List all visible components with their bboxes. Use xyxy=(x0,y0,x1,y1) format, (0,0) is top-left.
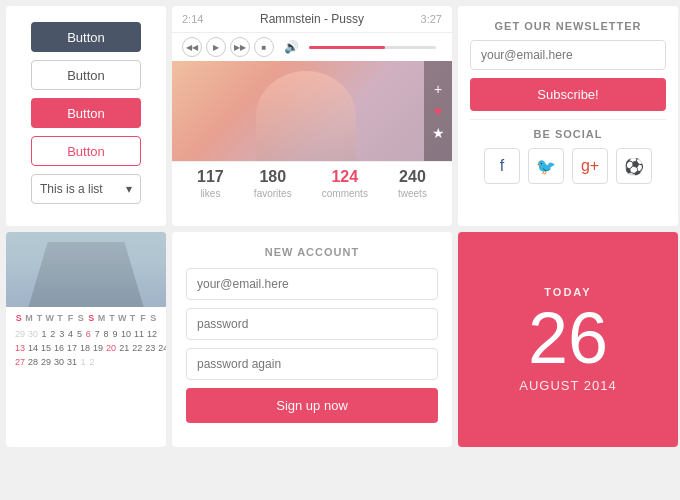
social-title: BE SOCIAL xyxy=(470,128,666,140)
cal-header-tue2: T xyxy=(107,311,116,325)
calendar-grid: S M T W T F S S M T W T F S 29 30 1 2 3 xyxy=(6,307,166,373)
cal-header-sun1: S xyxy=(14,311,23,325)
cal-header-sat2: S xyxy=(149,311,158,325)
today-panel: TODAY 26 AUGUST 2014 xyxy=(458,232,678,447)
cal-cell[interactable]: 24 xyxy=(157,341,166,355)
progress-bar[interactable] xyxy=(309,46,436,49)
divider xyxy=(470,119,666,120)
chevron-down-icon: ▾ xyxy=(126,182,132,196)
subscribe-button[interactable]: Subscribe! xyxy=(470,78,666,111)
cal-cell[interactable]: 19 xyxy=(92,341,104,355)
stat-favorites: 180 favorites xyxy=(254,168,292,200)
cal-header-mon1: M xyxy=(24,311,33,325)
button-dark[interactable]: Button xyxy=(31,22,141,52)
cal-cell[interactable]: 1 xyxy=(79,355,87,369)
cal-cell[interactable]: 30 xyxy=(53,355,65,369)
star-icon[interactable]: ★ xyxy=(432,125,445,141)
dribbble-icon: ⚽ xyxy=(624,157,644,176)
cal-cell[interactable]: 31 xyxy=(66,355,78,369)
cal-cell[interactable]: 12 xyxy=(146,327,158,341)
cal-cell-empty xyxy=(97,355,105,369)
facebook-button[interactable]: f xyxy=(484,148,520,184)
stat-tweets: 240 tweets xyxy=(398,168,427,200)
new-account-panel: NEW ACCOUNT Sign up now xyxy=(172,232,452,447)
cal-cell-empty xyxy=(132,355,140,369)
calendar-image xyxy=(6,232,166,307)
cal-cell[interactable]: 28 xyxy=(27,355,39,369)
music-player-panel: 2:14 Rammstein - Pussy 3:27 ◀◀ ▶ ▶▶ ■ 🔊 … xyxy=(172,6,452,226)
googleplus-icon: g+ xyxy=(581,157,599,175)
cal-cell[interactable]: 6 xyxy=(84,327,92,341)
cal-header-thu2: T xyxy=(128,311,137,325)
today-number: 26 xyxy=(528,302,608,374)
music-track-title: Rammstein - Pussy xyxy=(260,12,364,26)
cal-cell[interactable]: 15 xyxy=(40,341,52,355)
add-icon[interactable]: + xyxy=(434,81,442,97)
googleplus-button[interactable]: g+ xyxy=(572,148,608,184)
play-next-button[interactable]: ▶▶ xyxy=(230,37,250,57)
cal-cell[interactable]: 29 xyxy=(40,355,52,369)
cal-cell[interactable]: 22 xyxy=(131,341,143,355)
calendar-row-2: 13 14 15 16 17 18 19 20 21 22 23 24 25 2… xyxy=(14,341,158,355)
cal-cell[interactable]: 14 xyxy=(27,341,39,355)
cal-cell[interactable]: 2 xyxy=(88,355,96,369)
cal-cell[interactable]: 9 xyxy=(111,327,119,341)
music-controls: ◀◀ ▶ ▶▶ ■ 🔊 xyxy=(172,33,452,61)
cal-cell[interactable]: 11 xyxy=(133,327,145,341)
play-button[interactable]: ▶ xyxy=(206,37,226,57)
social-icons: f 🐦 g+ ⚽ xyxy=(470,148,666,184)
account-email-input[interactable] xyxy=(186,268,438,300)
button-outline-red[interactable]: Button xyxy=(31,136,141,166)
cal-header-sat1: S xyxy=(76,311,85,325)
cal-cell[interactable]: 7 xyxy=(93,327,101,341)
cal-cell[interactable]: 2 xyxy=(49,327,57,341)
button-outline[interactable]: Button xyxy=(31,60,141,90)
stat-comments: 124 comments xyxy=(322,168,368,200)
cal-cell-empty xyxy=(123,355,131,369)
heart-icon[interactable]: ♥ xyxy=(434,103,442,119)
cal-cell[interactable]: 10 xyxy=(120,327,132,341)
newsletter-title: GET OUR NEWSLETTER xyxy=(470,20,666,32)
calendar-row-3: 27 28 29 30 31 1 2 xyxy=(14,355,158,369)
cal-cell[interactable]: 21 xyxy=(118,341,130,355)
dribbble-button[interactable]: ⚽ xyxy=(616,148,652,184)
calendar-panel: S M T W T F S S M T W T F S 29 30 1 2 3 xyxy=(6,232,166,447)
cal-header-fri1: F xyxy=(66,311,75,325)
today-month: AUGUST 2014 xyxy=(519,378,616,393)
account-password-input[interactable] xyxy=(186,308,438,340)
cal-header-tue1: T xyxy=(35,311,44,325)
cal-cell[interactable]: 5 xyxy=(76,327,84,341)
signup-button[interactable]: Sign up now xyxy=(186,388,438,423)
cal-cell-empty xyxy=(115,355,123,369)
cal-cell[interactable]: 8 xyxy=(102,327,110,341)
dropdown-button[interactable]: This is a list ▾ xyxy=(31,174,141,204)
cal-cell[interactable]: 27 xyxy=(14,355,26,369)
buttons-panel: Button Button Button Button This is a li… xyxy=(6,6,166,226)
newsletter-email-input[interactable] xyxy=(470,40,666,70)
cal-cell[interactable]: 1 xyxy=(40,327,48,341)
cal-cell[interactable]: 30 xyxy=(27,327,39,341)
music-stats: 117 likes 180 favorites 124 comments 240… xyxy=(172,161,452,206)
music-album-art: + ♥ ★ xyxy=(172,61,452,161)
cal-header-wed2: W xyxy=(118,311,127,325)
cal-cell[interactable]: 20 xyxy=(105,341,117,355)
cal-header-mon2: M xyxy=(97,311,106,325)
button-red[interactable]: Button xyxy=(31,98,141,128)
music-time-current: 2:14 xyxy=(182,13,203,25)
cal-cell[interactable]: 13 xyxy=(14,341,26,355)
stop-button[interactable]: ■ xyxy=(254,37,274,57)
cal-cell[interactable]: 3 xyxy=(58,327,66,341)
twitter-button[interactable]: 🐦 xyxy=(528,148,564,184)
cal-cell[interactable]: 23 xyxy=(144,341,156,355)
cal-cell[interactable]: 18 xyxy=(79,341,91,355)
cal-cell[interactable]: 17 xyxy=(66,341,78,355)
cal-cell-empty xyxy=(141,355,149,369)
cal-cell[interactable]: 16 xyxy=(53,341,65,355)
cal-cell[interactable]: 29 xyxy=(14,327,26,341)
cal-cell[interactable]: 4 xyxy=(67,327,75,341)
cal-cell-empty xyxy=(150,355,158,369)
play-prev-button[interactable]: ◀◀ xyxy=(182,37,202,57)
account-password-again-input[interactable] xyxy=(186,348,438,380)
cal-cell-empty xyxy=(106,355,114,369)
calendar-header: S M T W T F S S M T W T F S xyxy=(14,311,158,325)
